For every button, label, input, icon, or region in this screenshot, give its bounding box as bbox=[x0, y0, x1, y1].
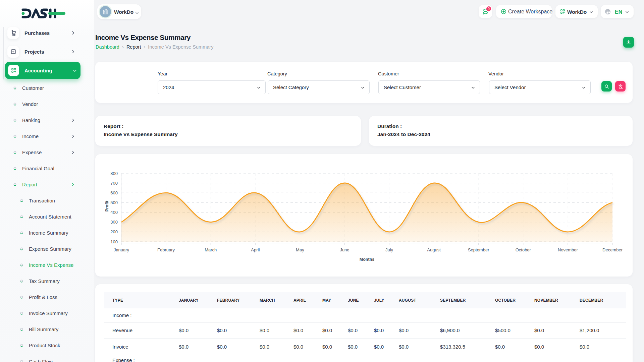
svg-text:400: 400 bbox=[110, 210, 118, 215]
svg-text:800: 800 bbox=[110, 171, 118, 176]
svg-text:July: July bbox=[385, 247, 393, 252]
svg-text:March: March bbox=[205, 247, 217, 252]
svg-text:February: February bbox=[157, 247, 175, 252]
svg-text:November: November bbox=[558, 247, 578, 252]
svg-text:September: September bbox=[468, 247, 489, 252]
svg-text:100: 100 bbox=[110, 239, 118, 244]
svg-text:August: August bbox=[427, 247, 441, 252]
svg-text:500: 500 bbox=[110, 200, 118, 205]
svg-text:Months: Months bbox=[360, 257, 374, 262]
svg-text:January: January bbox=[114, 247, 129, 252]
svg-text:April: April bbox=[251, 247, 260, 252]
svg-text:600: 600 bbox=[110, 190, 118, 195]
svg-text:October: October bbox=[516, 247, 531, 252]
svg-text:June: June bbox=[340, 247, 349, 252]
svg-text:Profit: Profit bbox=[105, 200, 109, 212]
svg-text:December: December bbox=[602, 247, 623, 252]
svg-text:700: 700 bbox=[110, 181, 118, 186]
svg-text:200: 200 bbox=[110, 229, 118, 234]
svg-text:300: 300 bbox=[110, 220, 118, 225]
svg-text:May: May bbox=[296, 247, 304, 252]
